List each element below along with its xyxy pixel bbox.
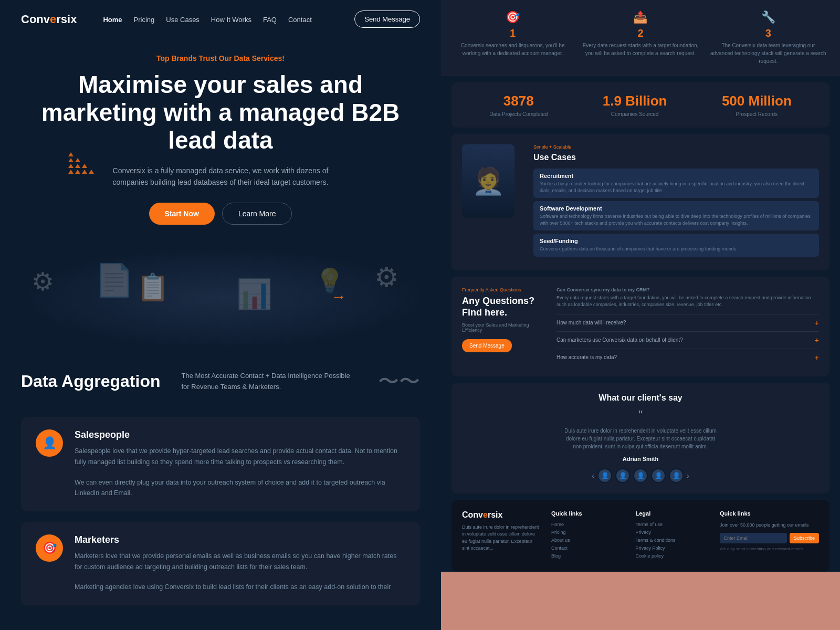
use-case-software: Software Development Software and techno… [533,201,819,230]
recruitment-title: Recruitment [540,173,813,179]
footer-privacy-policy[interactable]: Privacy Policy [635,545,709,551]
faq-right: Can Conversix sync my data to my CRM? Ev… [556,287,819,366]
step-3: 🔧 3 The Conversix data team leveraging o… [710,10,827,65]
faq-first-question: Can Conversix sync my data to my CRM? [556,287,819,292]
next-testimonial[interactable]: › [687,471,689,480]
faq-question-1: How much data will I receive? [556,320,626,326]
footer-link-about[interactable]: About us [551,538,625,543]
salespeople-content: Salespeople Salespeople love that we pro… [75,429,405,499]
nav-links: Home Pricing Use Cases How It Works FAQ … [103,15,339,24]
marketers-text-1: Marketers love that we provide personal … [75,551,405,572]
testimonial-author: Adrian Smith [462,456,819,462]
faq-plus-1: + [815,319,819,327]
marketers-card: 🎯 Marketers Marketers love that we provi… [21,522,420,605]
avatar-1: 👤 [597,468,612,483]
use-case-recruitment: Recruitment You're a busy recruiter look… [533,169,819,198]
use-cases-title: Use Cases [533,153,819,162]
footer-quick-links-1: Quick links Home Pricing About us Contac… [551,510,625,561]
use-cases-tag: Simple + Scalable [533,144,819,150]
marketers-title: Marketers [75,534,405,545]
feature-cards: 👤 Salespeople Salespeople love that we p… [0,412,441,615]
right-panel: 🎯 1 Conversix searches and lisquerons, y… [441,0,840,630]
nav-faq[interactable]: FAQ [263,16,277,24]
nav-contact[interactable]: Contact [288,16,312,24]
footer-privacy[interactable]: Privacy [635,530,709,535]
footer-section: Conversix Duis aute irure dolor in repre… [452,500,830,572]
footer-newsletter-title: Quick links [720,510,819,517]
nav-pricing[interactable]: Pricing [134,16,155,24]
faq-send-message-button[interactable]: Send Message [462,339,512,352]
stat-projects: 3878 Data Projects Completed [489,93,548,117]
footer-link-blog[interactable]: Blog [551,553,625,559]
footer-link-home[interactable]: Home [551,522,625,527]
start-now-button[interactable]: Start Now [149,203,215,225]
use-cases-content: Simple + Scalable Use Cases Recruitment … [533,144,819,260]
faq-first-answer: Every data request starts with a target … [556,295,819,309]
avatar-3: 👤 [633,468,648,483]
salespeople-icon: 👤 [36,429,63,457]
salespeople-card: 👤 Salespeople Salespeople love that we p… [21,417,420,511]
hero-subtitle: Conversix is a fully managed data servic… [110,165,331,188]
chart-icon: 📊 [236,277,272,311]
hero-title: Maximise your sales and marketing with a… [21,71,420,154]
footer-email-wrap: Subscribe [720,533,819,543]
marketers-icon: 🎯 [36,534,63,562]
stat-companies: 1.9 Billion Companies Sourced [603,93,667,117]
footer-cookie[interactable]: Cookie policy [635,553,709,559]
avatar-2: 👤 [615,468,630,483]
step-2-desc: Every data request starts with a target … [582,41,699,57]
funding-desc: Conversix gathers data on thousand of co… [540,246,813,253]
steps-section: 🎯 1 Conversix searches and lisquerons, y… [441,0,840,76]
step-2-icon: 📤 [582,10,699,24]
faq-question-2: Can marketers use Conversix data on beha… [556,337,683,343]
faq-item-1[interactable]: How much data will I receive? + [556,314,819,331]
faq-section: Frequently Asked Questions Any Questions… [452,277,830,376]
gear-icon-1: ⚙ [32,267,54,296]
marketers-text-2: Marketing agencies love using Conversix … [75,582,405,593]
prev-testimonial[interactable]: ‹ [592,471,594,480]
faq-tag: Frequently Asked Questions [462,287,546,292]
step-2: 📤 2 Every data request starts with a tar… [582,10,699,65]
arrow-icon: → [331,288,346,306]
nav-how-works[interactable]: How It Works [211,16,251,24]
stat-projects-label: Data Projects Completed [489,111,548,117]
nav-use-cases[interactable]: Use Cases [166,16,200,24]
hero-tag: Top Brands Trust Our Data Services! [21,54,420,62]
faq-left: Frequently Asked Questions Any Questions… [462,287,546,366]
footer-link-contact[interactable]: Contact [551,545,625,551]
logo: Conversix [21,13,77,26]
testimonial-title: What our client's say [462,393,819,403]
salespeople-text-1: Salespeople love that we provide hyper-t… [75,446,405,467]
funding-title: Seed/Funding [540,238,813,244]
footer-terms-conditions[interactable]: Terms & conditions [635,538,709,543]
footer-email-input[interactable] [720,533,787,543]
data-agg-desc: The Most Accurate Contact + Data Intelli… [182,371,358,393]
avatar-row: ‹ 👤 👤 👤 👤 👤 › [462,468,819,483]
use-cases-illustration: 🧑‍💼 [462,144,525,260]
footer-legal: Legal Terms of use Privacy Terms & condi… [635,510,709,561]
nav-home[interactable]: Home [103,16,122,24]
faq-item-2[interactable]: Can marketers use Conversix data on beha… [556,331,819,349]
use-cases-section: 🧑‍💼 Simple + Scalable Use Cases Recruitm… [452,134,830,270]
faq-plus-2: + [815,336,819,344]
stats-section: 3878 Data Projects Completed 1.9 Billion… [452,82,830,128]
faq-question-3: How accurate is my data? [556,354,617,360]
marketers-content: Marketers Marketers love that we provide… [75,534,405,593]
gear-icon-2: ⚙ [374,261,399,293]
subscribe-button[interactable]: Subscribe [790,533,819,543]
step-1-desc: Conversix searches and lisquerons, you'l… [454,41,571,57]
nav-send-message-button[interactable]: Send Message [354,10,420,28]
step-2-number: 2 [582,27,699,39]
faq-item-3[interactable]: How accurate is my data? + [556,349,819,366]
footer-terms[interactable]: Terms of use [635,522,709,527]
stat-companies-label: Companies Sourced [603,111,667,117]
right-inner: 🎯 1 Conversix searches and lisquerons, y… [441,0,840,572]
step-3-icon: 🔧 [710,10,827,24]
hero-section: Top Brands Trust Our Data Services! Maxi… [0,38,441,246]
salespeople-text-2: We can even directly plug your data into… [75,477,405,499]
learn-more-button[interactable]: Learn More [222,203,292,225]
hero-buttons: Start Now Learn More [21,203,420,225]
hero-illustration: ⚙ 📄 📋 📊 💡 ⚙ → [10,246,430,351]
footer-link-pricing[interactable]: Pricing [551,530,625,535]
footer-logo: Conversix [462,510,541,520]
